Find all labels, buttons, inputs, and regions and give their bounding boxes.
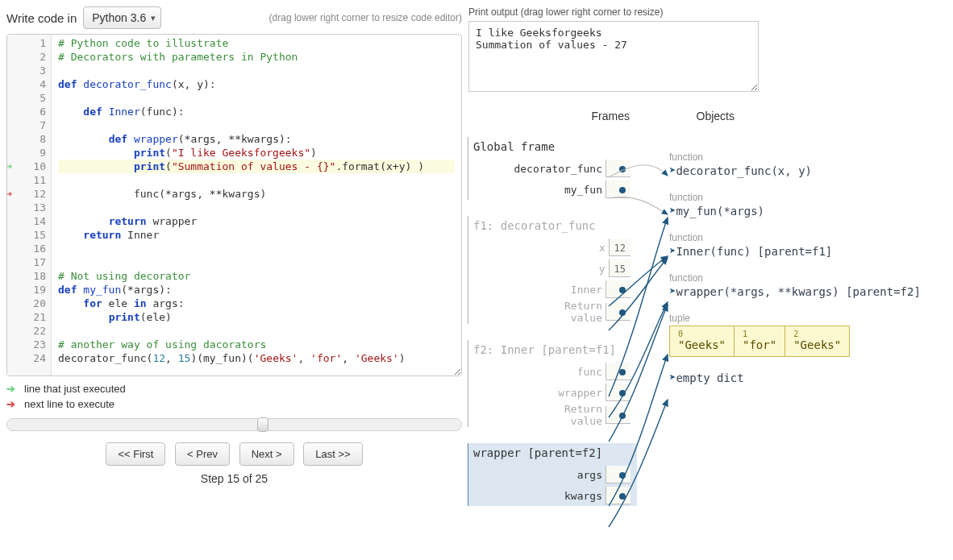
- last-button[interactable]: Last >>: [303, 442, 362, 466]
- pointer-icon: [619, 390, 626, 396]
- obj-empty-dict: ➤empty dict: [669, 371, 951, 384]
- prev-button[interactable]: < Prev: [175, 442, 230, 466]
- code-line[interactable]: return wrapper: [58, 214, 455, 228]
- line-number: 4: [7, 77, 46, 91]
- obj-type-label: function: [669, 232, 951, 243]
- pointer-icon: [619, 287, 626, 293]
- output-label: Print output (drag lower right corner to…: [468, 6, 946, 18]
- tuple-cell: 0"Geeks": [670, 326, 735, 356]
- arrowhead-icon: ➤: [669, 204, 676, 217]
- arrowhead-icon: ➤: [669, 284, 676, 297]
- var-decorator-func: decorator_func: [514, 163, 602, 175]
- line-number: 15: [7, 228, 46, 242]
- arrow-prev-icon: ➔: [6, 383, 24, 395]
- var-box: [606, 466, 630, 483]
- code-line[interactable]: def decorator_func(x, y):: [58, 77, 455, 91]
- var-box: [606, 303, 630, 321]
- line-number: 9: [7, 146, 46, 160]
- arrow-next-icon: ➔: [6, 187, 12, 201]
- code-line[interactable]: # Decorators with parameters in Python: [58, 50, 455, 64]
- code-line[interactable]: return Inner: [58, 228, 455, 242]
- frame-wrapper-title: wrapper [parent=f2]: [468, 443, 630, 464]
- language-select[interactable]: Python 3.6: [83, 6, 161, 29]
- code-line[interactable]: print("Summation of values - {}".format(…: [58, 160, 455, 173]
- code-line[interactable]: [58, 201, 455, 214]
- arrowhead-icon: ➤: [669, 164, 676, 176]
- code-line[interactable]: [58, 91, 455, 105]
- frame-f2-title: f2: Inner [parent=f1]: [468, 340, 630, 361]
- code-line[interactable]: [58, 64, 455, 77]
- arrow-next-icon: ➔: [6, 398, 24, 410]
- code-line[interactable]: def my_fun(*args):: [58, 283, 455, 297]
- line-number: 21: [7, 310, 46, 324]
- var-y-label: y: [599, 263, 606, 275]
- output-box[interactable]: I like Geeksforgeeks Summation of values…: [468, 21, 759, 92]
- var-my-fun: my_fun: [564, 184, 602, 196]
- line-number: 2: [7, 50, 46, 64]
- obj-tuple: tuple 0"Geeks"1"for"2"Geeks": [669, 313, 951, 357]
- arrowhead-icon: ➤: [669, 371, 676, 384]
- var-box: [606, 487, 630, 504]
- pointer-icon: [619, 413, 626, 419]
- next-button[interactable]: Next >: [239, 442, 294, 466]
- step-counter: Step 15 of 25: [6, 472, 462, 485]
- code-line[interactable]: # Not using decorator: [58, 269, 455, 283]
- code-line[interactable]: print(ele): [58, 310, 455, 324]
- code-editor[interactable]: 12345678910➔1112➔13141516171819202122232…: [6, 34, 462, 376]
- var-return-label: Returnvalue: [564, 403, 602, 427]
- var-x-val: 12: [609, 239, 630, 256]
- language-value: Python 3.6: [92, 11, 146, 24]
- var-func-label: func: [577, 366, 602, 378]
- obj-type-label: function: [669, 272, 951, 284]
- line-number: 24: [7, 351, 46, 365]
- obj-wrapper: function ➤wrapper(*args, **kwargs) [pare…: [669, 272, 951, 298]
- var-box: [606, 280, 630, 298]
- line-number: 3: [7, 64, 46, 77]
- code-line[interactable]: # Python code to illustrate: [58, 36, 455, 50]
- code-line[interactable]: def wrapper(*args, **kwargs):: [58, 132, 455, 146]
- line-number: 12➔: [7, 187, 46, 201]
- frame-wrapper: wrapper [parent=f2] args kwargs: [468, 443, 637, 506]
- frame-global: Global frame decorator_func my_fun: [468, 137, 637, 200]
- var-box: [606, 363, 630, 380]
- line-number: 17: [7, 255, 46, 269]
- var-wrapper-label: wrapper: [558, 387, 602, 399]
- line-number: 13: [7, 201, 46, 214]
- code-line[interactable]: [58, 173, 455, 187]
- line-number: 6: [7, 105, 46, 118]
- code-line[interactable]: [58, 242, 455, 255]
- code-line[interactable]: def Inner(func):: [58, 105, 455, 118]
- arrow-prev-icon: ➔: [6, 160, 12, 173]
- line-number: 5: [7, 91, 46, 105]
- obj-tuple-label: tuple: [669, 313, 951, 324]
- var-box: [606, 180, 630, 198]
- code-line[interactable]: # another way of using dacorators: [58, 338, 455, 351]
- obj-my-fun: function ➤my_fun(*args): [669, 192, 951, 218]
- arrowhead-icon: ➤: [669, 244, 676, 257]
- var-return-label: Returnvalue: [564, 300, 602, 324]
- code-line[interactable]: [58, 255, 455, 269]
- code-line[interactable]: print("I like Geeksforgeeks"): [58, 146, 455, 160]
- frame-f1-title: f1: decorator_func: [468, 216, 630, 237]
- var-box: [606, 160, 630, 177]
- frame-f1: f1: decorator_func x 12 y 15 Inner Retur…: [468, 216, 637, 324]
- code-line[interactable]: [58, 118, 455, 132]
- pointer-icon: [619, 309, 626, 316]
- var-x-label: x: [599, 242, 606, 254]
- var-box: [606, 384, 630, 401]
- var-y-val: 15: [609, 259, 630, 277]
- step-slider[interactable]: [6, 418, 462, 431]
- slider-thumb[interactable]: [257, 417, 268, 432]
- tuple-cell: 2"Geeks": [785, 326, 849, 356]
- code-line[interactable]: decorator_func(12, 15)(my_fun)('Geeks', …: [58, 351, 455, 365]
- obj-inner: function ➤Inner(func) [parent=f1]: [669, 232, 951, 258]
- line-number: 7: [7, 118, 46, 132]
- code-line[interactable]: func(*args, **kwargs): [58, 187, 455, 201]
- line-number: 11: [7, 173, 46, 187]
- pointer-icon: [619, 493, 626, 500]
- code-line[interactable]: for ele in args:: [58, 297, 455, 310]
- line-number: 18: [7, 269, 46, 283]
- code-line[interactable]: [58, 324, 455, 338]
- var-box: [606, 406, 630, 424]
- first-button[interactable]: << First: [106, 442, 165, 466]
